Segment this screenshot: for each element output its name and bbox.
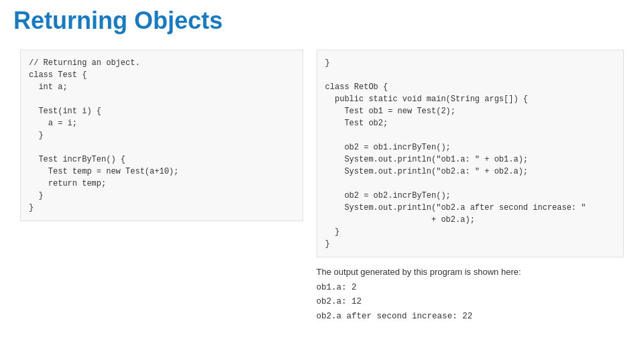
right-panel: } class RetOb { public static void main(… (310, 43, 631, 330)
output-line-1: ob1.a: 2 (317, 281, 624, 295)
left-panel: // Returning an object. class Test { int… (13, 43, 310, 330)
output-section: The output generated by this program is … (317, 267, 624, 324)
output-line-3: ob2.a after second increase: 22 (317, 310, 624, 324)
output-label: The output generated by this program is … (317, 267, 624, 277)
page: Returning Objects // Returning an object… (0, 0, 644, 362)
page-title: Returning Objects (13, 7, 631, 35)
right-code-block: } class RetOb { public static void main(… (317, 50, 624, 257)
output-line-2: ob2.a: 12 (317, 295, 624, 309)
content-area: // Returning an object. class Test { int… (13, 43, 631, 330)
left-code-block: // Returning an object. class Test { int… (20, 50, 303, 221)
output-code: ob1.a: 2 ob2.a: 12 ob2.a after second in… (317, 281, 624, 324)
